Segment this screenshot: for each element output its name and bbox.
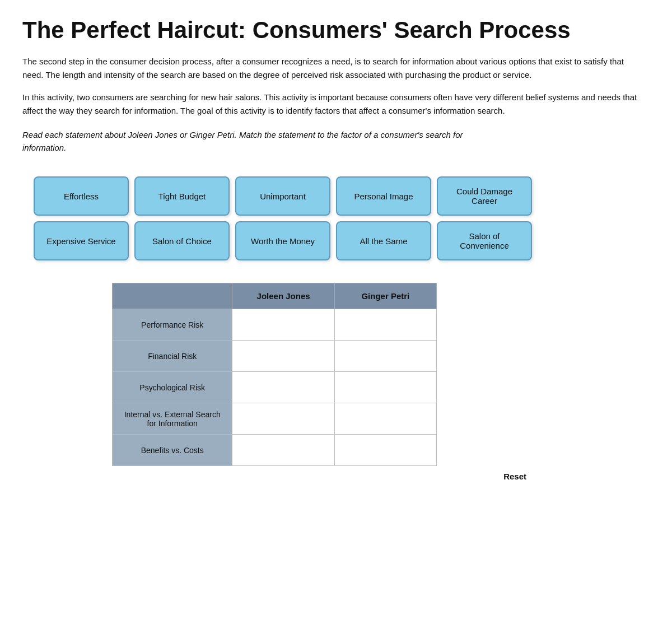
drop-cell-internal-ginger[interactable] [334,403,436,435]
table-row: Performance Risk [113,309,437,341]
drop-cell-internal-joleen[interactable] [232,403,334,435]
drag-item-personal-image[interactable]: Personal Image [336,176,431,216]
drag-item-worth-the-money[interactable]: Worth the Money [235,221,330,260]
intro-paragraph-1: The second step in the consumer decision… [22,55,638,82]
row-label-performance-risk: Performance Risk [113,309,232,341]
reset-area: Reset [112,472,526,482]
drop-cell-benefits-joleen[interactable] [232,435,334,466]
drag-row-2: Expensive Service Salon of Choice Worth … [34,221,650,260]
drag-item-expensive-service[interactable]: Expensive Service [34,221,129,260]
row-label-financial-risk: Financial Risk [113,341,232,372]
table-row: Financial Risk [113,341,437,372]
match-table-container: Joleen Jones Ginger Petri Performance Ri… [112,283,650,482]
drag-item-salon-of-convenience[interactable]: Salon of Convenience [437,221,532,260]
drag-item-could-damage-career[interactable]: Could Damage Career [437,176,532,216]
page-title: The Perfect Haircut: Consumers' Search P… [22,17,650,44]
drag-items-area: Effortless Tight Budget Unimportant Pers… [22,176,650,260]
drag-item-salon-of-choice[interactable]: Salon of Choice [134,221,230,260]
table-header-ginger: Ginger Petri [334,283,436,309]
table-row: Psychological Risk [113,372,437,403]
table-header-joleen: Joleen Jones [232,283,334,309]
reset-button[interactable]: Reset [503,472,526,481]
row-label-psychological-risk: Psychological Risk [113,372,232,403]
drop-cell-financial-ginger[interactable] [334,341,436,372]
row-label-internal-external: Internal vs. External Search for Informa… [113,403,232,435]
drop-cell-performance-joleen[interactable] [232,309,334,341]
drag-item-effortless[interactable]: Effortless [34,176,129,216]
drop-cell-benefits-ginger[interactable] [334,435,436,466]
intro-paragraph-2: In this activity, two consumers are sear… [22,91,638,118]
drop-cell-financial-joleen[interactable] [232,341,334,372]
drag-item-unimportant[interactable]: Unimportant [235,176,330,216]
drop-cell-psychological-joleen[interactable] [232,372,334,403]
drop-cell-performance-ginger[interactable] [334,309,436,341]
match-table: Joleen Jones Ginger Petri Performance Ri… [112,283,437,466]
table-row: Benefits vs. Costs [113,435,437,466]
drag-row-1: Effortless Tight Budget Unimportant Pers… [34,176,650,216]
row-label-benefits-costs: Benefits vs. Costs [113,435,232,466]
drag-item-all-the-same[interactable]: All the Same [336,221,431,260]
table-header-empty [113,283,232,309]
instruction-text: Read each statement about Joleen Jones o… [22,129,470,154]
drag-item-tight-budget[interactable]: Tight Budget [134,176,230,216]
table-row: Internal vs. External Search for Informa… [113,403,437,435]
drop-cell-psychological-ginger[interactable] [334,372,436,403]
